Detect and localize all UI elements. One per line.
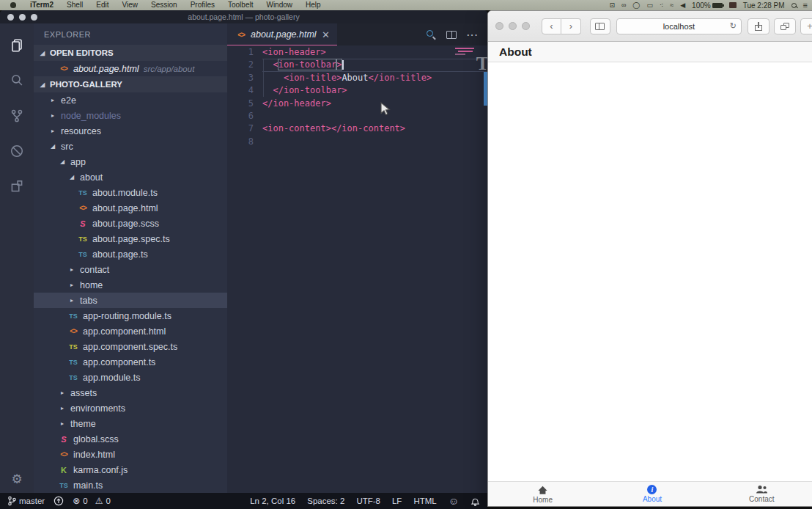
tree-item-home[interactable]: ▸home — [34, 277, 227, 293]
editor-tab-about-page-html[interactable]: <> about.page.html ✕ — [227, 23, 337, 45]
tree-item-node-modules[interactable]: ▸node_modules — [34, 108, 227, 123]
tree-item-about-page-spec-ts[interactable]: TSabout.page.spec.ts — [34, 231, 227, 246]
code-line-7[interactable]: <ion-content></ion-content> — [262, 122, 487, 135]
code-line-2[interactable]: <ion-toolbar> — [262, 59, 487, 71]
git-branch-indicator[interactable]: master — [7, 496, 45, 506]
vscode-titlebar[interactable]: about.page.html — photo-gallery — [0, 10, 487, 23]
tree-item-app-component-html[interactable]: <>app.component.html — [34, 323, 227, 339]
forward-button[interactable]: › — [561, 18, 581, 34]
tree-item-about-page-html[interactable]: <>about.page.html — [34, 200, 227, 216]
tree-item-index-html[interactable]: <>index.html — [34, 447, 227, 462]
tree-item-about-page-ts[interactable]: TSabout.page.ts — [34, 246, 227, 262]
split-editor-icon[interactable] — [446, 31, 457, 39]
tree-item-app-component-spec-ts[interactable]: TSapp.component.spec.ts — [34, 339, 227, 354]
tab-overview-button[interactable] — [774, 18, 796, 34]
menu-bar-clock[interactable]: Tue 2:28 PM — [743, 1, 785, 10]
project-header[interactable]: ◢ PHOTO-GALLERY — [34, 76, 227, 92]
find-icon[interactable] — [426, 29, 436, 40]
menu-item-session[interactable]: Session — [144, 0, 184, 10]
minimap[interactable] — [455, 48, 477, 56]
eol-sequence[interactable]: LF — [392, 497, 402, 505]
tree-item-app-component-ts[interactable]: TSapp.component.ts — [34, 354, 227, 370]
cursor-position[interactable]: Ln 2, Col 16 — [250, 497, 295, 505]
tree-item-theme[interactable]: ▸theme — [34, 416, 227, 431]
open-editors-header[interactable]: ◢ OPEN EDITORS — [34, 45, 227, 61]
code-line-3[interactable]: <ion-title>About</ion-title> — [262, 72, 487, 84]
tree-item-e2e[interactable]: ▸e2e — [34, 92, 227, 108]
tree-item-contact[interactable]: ▸contact — [34, 262, 227, 277]
apple-menu-icon[interactable] — [10, 2, 16, 8]
new-tab-button[interactable]: + — [800, 18, 812, 34]
menu-item-help[interactable]: Help — [299, 0, 328, 10]
feedback-smiley-icon[interactable]: ☺ — [449, 495, 459, 507]
menu-item-toolbelt[interactable]: Toolbelt — [221, 0, 259, 10]
sidebar-toggle-button[interactable] — [590, 18, 610, 34]
code-line-8[interactable] — [262, 136, 487, 148]
more-actions-icon[interactable]: ··· — [467, 29, 479, 40]
explorer-icon[interactable] — [0, 28, 34, 63]
tree-item-app-routing-module-ts[interactable]: TSapp-routing.module.ts — [34, 308, 227, 323]
extensions-icon[interactable] — [0, 169, 34, 204]
tree-item-assets[interactable]: ▸assets — [34, 385, 227, 400]
tree-item-resources[interactable]: ▸resources — [34, 123, 227, 139]
glasses-icon[interactable]: ∞ — [621, 0, 626, 10]
address-bar[interactable]: localhost ↻ — [616, 18, 742, 34]
open-editor-entry[interactable]: <> about.page.html src/app/about — [34, 61, 227, 76]
tree-item-about-page-scss[interactable]: Sabout.page.scss — [34, 216, 227, 231]
menu-item-view[interactable]: View — [116, 0, 145, 10]
code-line-1[interactable]: <ion-header> — [262, 46, 487, 59]
ion-tab-contact[interactable]: Contact — [707, 482, 812, 506]
menu-item-profiles[interactable]: Profiles — [184, 0, 221, 10]
volume-icon[interactable]: ◀ — [680, 0, 685, 10]
wifi-icon[interactable]: ≈ — [670, 0, 673, 10]
debug-icon[interactable] — [0, 133, 34, 169]
back-button[interactable]: ‹ — [542, 18, 561, 34]
screen-record-icon[interactable]: ⊡ — [609, 0, 615, 10]
share-button[interactable] — [748, 18, 769, 34]
reload-icon[interactable]: ↻ — [730, 21, 737, 31]
spotlight-icon[interactable] — [791, 3, 797, 8]
tree-item-environments[interactable]: ▸environments — [34, 400, 227, 416]
stop-icon[interactable]: ◯ — [632, 0, 640, 10]
tree-item-global-scss[interactable]: Sglobal.scss — [34, 431, 227, 447]
tree-item-karma-conf-js[interactable]: Kkarma.conf.js — [34, 462, 227, 477]
keystroke-icon[interactable]: ⁖ — [660, 0, 663, 10]
code-line-4[interactable]: </ion-toolbar> — [262, 84, 487, 97]
display-mirror-icon[interactable]: ▭ — [646, 0, 653, 10]
notifications-bell-icon[interactable] — [470, 496, 480, 506]
battery-indicator[interactable]: 100% — [692, 1, 723, 10]
tree-item-app[interactable]: ◢app — [34, 154, 227, 169]
minimize-window-button[interactable] — [509, 22, 517, 30]
ion-tab-home[interactable]: Home — [488, 482, 597, 506]
code-line-6[interactable] — [262, 110, 487, 122]
problems-indicator[interactable]: ⊗ 0 ⚠ 0 — [73, 496, 111, 506]
menu-item-edit[interactable]: Edit — [89, 0, 115, 10]
safari-toolbar[interactable]: ‹ › localhost ↻ — [488, 11, 812, 42]
zoom-window-button[interactable] — [522, 22, 530, 30]
code-line-5[interactable]: </ion-header> — [262, 98, 487, 110]
search-icon[interactable] — [0, 63, 34, 98]
tree-item-main-ts[interactable]: TSmain.ts — [34, 477, 227, 493]
tree-item-about[interactable]: ◢about — [34, 169, 227, 185]
menu-item-shell[interactable]: Shell — [60, 0, 89, 10]
menu-item-iterm2[interactable]: iTerm2 — [23, 0, 60, 10]
language-mode[interactable]: HTML — [413, 497, 436, 505]
tab-close-icon[interactable]: ✕ — [322, 29, 330, 40]
ion-tab-about[interactable]: iAbout — [597, 482, 706, 506]
tree-item-app-module-ts[interactable]: TSapp.module.ts — [34, 370, 227, 385]
tree-item-tabs[interactable]: ▸tabs — [34, 293, 227, 308]
tree-item-about-module-ts[interactable]: TSabout.module.ts — [34, 185, 227, 200]
code-editor[interactable]: 12345678 <ion-header> <ion-toolbar> <ion… — [227, 45, 487, 493]
source-control-icon[interactable] — [0, 98, 34, 133]
menu-item-window[interactable]: Window — [259, 0, 299, 10]
indentation[interactable]: Spaces: 2 — [307, 497, 344, 505]
publish-sync-icon[interactable] — [53, 496, 64, 506]
tree-item-label: global.scss — [73, 434, 119, 444]
encoding[interactable]: UTF-8 — [356, 497, 380, 505]
settings-gear-icon[interactable]: ⚙ — [11, 472, 22, 487]
input-source-icon[interactable] — [729, 2, 737, 8]
tree-item-src[interactable]: ◢src — [34, 139, 227, 154]
line-number: 4 — [227, 84, 254, 97]
close-window-button[interactable] — [495, 22, 503, 30]
notification-center-icon[interactable]: ≡ — [803, 0, 808, 10]
